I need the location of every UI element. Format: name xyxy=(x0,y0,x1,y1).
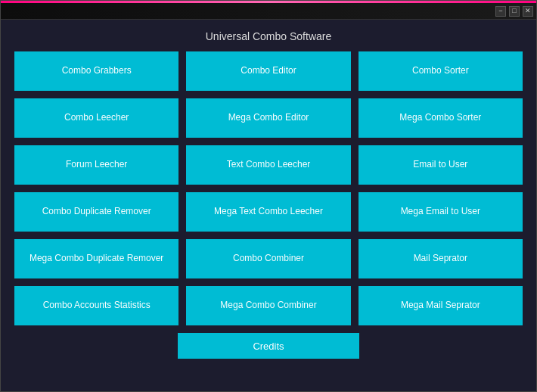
title-bar-buttons: − □ ✕ xyxy=(495,6,533,17)
main-content: Combo Grabbers Combo Editor Combo Sorter… xyxy=(1,51,536,391)
mega-combo-combiner-button[interactable]: Mega Combo Combiner xyxy=(186,286,350,325)
combo-accounts-statistics-button[interactable]: Combo Accounts Statistics xyxy=(14,286,178,325)
mail-separator-button[interactable]: Mail Seprator xyxy=(359,239,523,278)
mega-combo-editor-button[interactable]: Mega Combo Editor xyxy=(186,98,350,138)
mega-mail-separator-button[interactable]: Mega Mail Seprator xyxy=(359,286,523,325)
title-bar: − □ ✕ xyxy=(1,3,536,20)
forum-leecher-button[interactable]: Forum Leecher xyxy=(14,145,178,185)
mega-combo-duplicate-remover-button[interactable]: Mega Combo Duplicate Remover xyxy=(14,239,178,278)
combo-leecher-button[interactable]: Combo Leecher xyxy=(14,98,178,138)
mega-text-combo-leecher-button[interactable]: Mega Text Combo Leecher xyxy=(186,192,350,232)
combo-combiner-button[interactable]: Combo Combiner xyxy=(186,239,350,278)
maximize-button[interactable]: □ xyxy=(509,6,520,17)
credits-button[interactable]: Credits xyxy=(178,333,359,359)
button-grid: Combo Grabbers Combo Editor Combo Sorter… xyxy=(14,51,523,325)
combo-editor-button[interactable]: Combo Editor xyxy=(186,51,350,91)
text-combo-leecher-button[interactable]: Text Combo Leecher xyxy=(186,145,350,185)
combo-sorter-button[interactable]: Combo Sorter xyxy=(359,51,523,91)
mega-combo-sorter-button[interactable]: Mega Combo Sorter xyxy=(359,98,523,138)
combo-grabbers-button[interactable]: Combo Grabbers xyxy=(14,51,178,91)
app-title: Universal Combo Software xyxy=(1,20,536,51)
close-button[interactable]: ✕ xyxy=(523,6,533,17)
combo-duplicate-remover-button[interactable]: Combo Duplicate Remover xyxy=(14,192,178,232)
minimize-button[interactable]: − xyxy=(495,6,506,17)
email-to-user-button[interactable]: Email to User xyxy=(359,145,523,185)
mega-email-to-user-button[interactable]: Mega Email to User xyxy=(359,192,523,232)
